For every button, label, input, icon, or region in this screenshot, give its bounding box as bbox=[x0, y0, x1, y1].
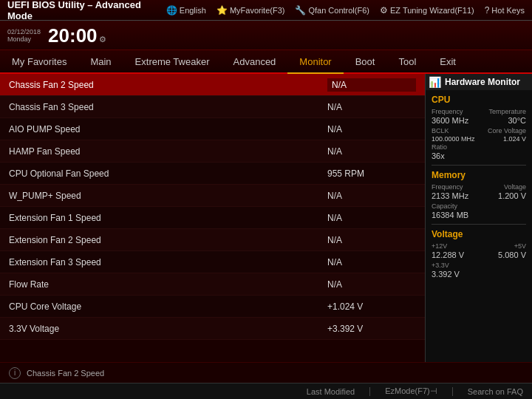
favorites-icon: ⭐ bbox=[216, 5, 228, 16]
row-label: CPU Optional Fan Speed bbox=[9, 168, 327, 179]
hw-monitor-sidebar: 📊 Hardware Monitor CPU Frequency Tempera… bbox=[425, 74, 532, 362]
eztuning-tool[interactable]: ⚙ EZ Tuning Wizard(F11) bbox=[380, 5, 474, 16]
status-divider-2 bbox=[452, 387, 453, 396]
eztuning-label: EZ Tuning Wizard(F11) bbox=[390, 6, 474, 15]
nav-tool[interactable]: Tool bbox=[386, 50, 428, 72]
table-row[interactable]: Chassis Fan 2 SpeedN/A bbox=[0, 74, 425, 96]
qfan-tool[interactable]: 🔧 Qfan Control(F6) bbox=[295, 5, 369, 16]
cpu-frequency-value: 3600 MHz bbox=[432, 116, 468, 125]
table-row[interactable]: AIO PUMP SpeedN/A bbox=[0, 118, 425, 140]
fan-icon: 🔧 bbox=[295, 5, 306, 16]
table-row[interactable]: Flow RateN/A bbox=[0, 273, 425, 296]
bottom-description: Chassis Fan 2 Speed bbox=[27, 369, 104, 378]
date-display: 02/12/2018 Monday bbox=[7, 28, 41, 43]
row-label: Extension Fan 1 Speed bbox=[9, 213, 327, 223]
time-gear-icon[interactable]: ⚙ bbox=[99, 35, 106, 44]
row-label: W_PUMP+ Speed bbox=[9, 191, 327, 201]
hw-monitor-title: 📊 Hardware Monitor bbox=[426, 74, 532, 90]
table-row[interactable]: CPU Core Voltage+1.024 V bbox=[0, 296, 425, 318]
mem-voltage-label: Voltage bbox=[504, 183, 526, 191]
row-label: Extension Fan 2 Speed bbox=[9, 235, 327, 245]
voltage-12-5-label-row: +12V +5V bbox=[432, 242, 526, 250]
language-label: English bbox=[180, 6, 206, 15]
search-faq-button[interactable]: Search on FAQ bbox=[468, 387, 523, 396]
nav-monitor[interactable]: Monitor bbox=[287, 50, 343, 74]
last-modified-button[interactable]: Last Modified bbox=[307, 387, 355, 396]
cpu-section-title: CPU bbox=[432, 95, 526, 105]
cpu-corevoltage-label: Core Voltage bbox=[488, 127, 526, 134]
myfavorites-tool[interactable]: ⭐ MyFavorite(F3) bbox=[216, 5, 285, 16]
date-value: 02/12/2018 bbox=[7, 28, 41, 35]
monitor-icon: 📊 bbox=[429, 76, 441, 88]
nav-boot[interactable]: Boot bbox=[344, 50, 387, 72]
ez-mode-button[interactable]: EzMode(F7)⊣ bbox=[385, 386, 437, 396]
table-row[interactable]: W_PUMP+ SpeedN/A bbox=[0, 185, 425, 207]
voltage-12-5-value-row: 12.288 V 5.080 V bbox=[432, 250, 526, 261]
row-value: N/A bbox=[327, 102, 416, 112]
cpu-frequency-label: Frequency bbox=[432, 108, 463, 115]
top-bar-tools: 🌐 English ⭐ MyFavorite(F3) 🔧 Qfan Contro… bbox=[166, 5, 525, 16]
cpu-bclk-label: BCLK bbox=[432, 127, 449, 134]
table-row[interactable]: Chassis Fan 3 SpeedN/A bbox=[0, 96, 425, 118]
cpu-frequency-row: Frequency Temperature bbox=[432, 108, 526, 115]
row-value: N/A bbox=[327, 191, 416, 201]
tuning-icon: ⚙ bbox=[380, 5, 388, 16]
voltage-12-value: 12.288 V bbox=[432, 250, 464, 259]
row-label: AIO PUMP Speed bbox=[9, 124, 327, 134]
monitor-table: Chassis Fan 2 SpeedN/AChassis Fan 3 Spee… bbox=[0, 74, 425, 340]
memory-section-title: Memory bbox=[432, 170, 526, 180]
cpu-ratio-label-row: Ratio bbox=[432, 143, 526, 151]
datetime-left: 02/12/2018 Monday bbox=[7, 28, 41, 43]
row-label: Chassis Fan 3 Speed bbox=[9, 102, 327, 112]
table-row[interactable]: Extension Fan 1 SpeedN/A bbox=[0, 207, 425, 229]
row-value: N/A bbox=[327, 213, 416, 223]
cpu-temperature-label: Temperature bbox=[488, 108, 526, 115]
table-row[interactable]: HAMP Fan SpeedN/A bbox=[0, 140, 425, 163]
hotkeys-icon: ? bbox=[485, 5, 490, 16]
hotkeys-tool[interactable]: ? Hot Keys bbox=[485, 5, 525, 16]
mem-capacity-value-row: 16384 MB bbox=[432, 211, 526, 221]
language-icon: 🌐 bbox=[166, 5, 177, 16]
status-bar: Last Modified EzMode(F7)⊣ Search on FAQ bbox=[0, 383, 532, 399]
cpu-ratio-label: Ratio bbox=[432, 143, 447, 151]
table-row[interactable]: 3.3V Voltage+3.392 V bbox=[0, 318, 425, 340]
mem-voltage-value: 1.200 V bbox=[498, 191, 526, 200]
language-tool[interactable]: 🌐 English bbox=[166, 5, 206, 16]
table-row[interactable]: Extension Fan 2 SpeedN/A bbox=[0, 229, 425, 251]
row-value: N/A bbox=[327, 235, 416, 245]
row-label: 3.3V Voltage bbox=[9, 324, 327, 334]
voltage-33-value-row: 3.392 V bbox=[432, 270, 526, 280]
row-value: N/A bbox=[327, 257, 416, 267]
row-value: N/A bbox=[327, 279, 416, 290]
hotkeys-label: Hot Keys bbox=[491, 6, 525, 15]
nav-exit[interactable]: Exit bbox=[428, 50, 468, 72]
cpu-divider bbox=[432, 165, 526, 166]
memory-divider bbox=[432, 224, 526, 225]
datetime-bar: 02/12/2018 Monday 20:00 ⚙ bbox=[0, 21, 532, 50]
nav-advanced[interactable]: Advanced bbox=[222, 50, 288, 72]
row-value: N/A bbox=[327, 78, 416, 92]
nav-extreme-tweaker[interactable]: Extreme Tweaker bbox=[123, 50, 222, 72]
table-row[interactable]: CPU Optional Fan Speed955 RPM bbox=[0, 163, 425, 185]
info-icon: i bbox=[9, 367, 21, 379]
mem-capacity-label: Capacity bbox=[432, 202, 457, 210]
mem-capacity-label-row: Capacity bbox=[432, 202, 526, 210]
voltage-12-label: +12V bbox=[432, 242, 447, 250]
row-label: Extension Fan 3 Speed bbox=[9, 257, 327, 267]
bottom-info-bar: i Chassis Fan 2 Speed bbox=[0, 362, 532, 383]
voltage-33-label: +3.3V bbox=[432, 262, 449, 269]
mem-frequency-value: 2133 MHz bbox=[432, 191, 468, 200]
row-label: Flow Rate bbox=[9, 279, 327, 290]
row-value: +3.392 V bbox=[327, 324, 416, 334]
day-value: Monday bbox=[7, 35, 31, 43]
app-title: UEFI BIOS Utility – Advanced Mode bbox=[7, 0, 166, 21]
voltage-33-label-row: +3.3V bbox=[432, 262, 526, 269]
mem-freq-value-row: 2133 MHz 1.200 V bbox=[432, 191, 526, 202]
content-area: Chassis Fan 2 SpeedN/AChassis Fan 3 Spee… bbox=[0, 74, 425, 362]
nav-my-favorites[interactable]: My Favorites bbox=[0, 50, 78, 72]
cpu-bclk-value: 100.0000 MHz bbox=[432, 135, 475, 143]
table-row[interactable]: Extension Fan 3 SpeedN/A bbox=[0, 251, 425, 273]
cpu-corevoltage-value: 1.024 V bbox=[503, 135, 526, 143]
nav-main[interactable]: Main bbox=[78, 50, 123, 72]
row-value: 955 RPM bbox=[327, 168, 416, 179]
